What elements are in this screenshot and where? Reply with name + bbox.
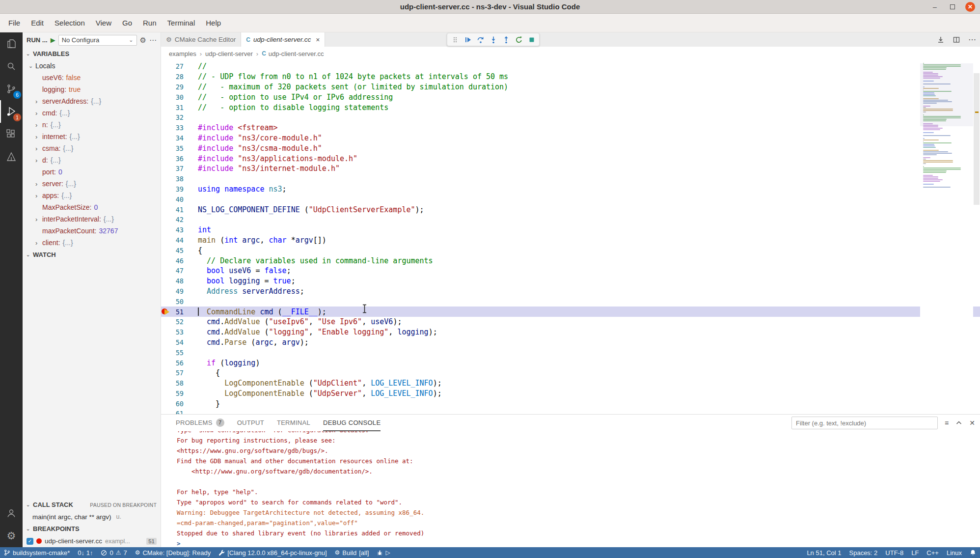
run-and-debug-icon[interactable]: 1: [0, 100, 23, 123]
search-icon[interactable]: [0, 55, 23, 78]
code-line-53[interactable]: 53 cmd.AddValue ("logging", "Enable logg…: [161, 327, 980, 337]
glyph-margin[interactable]: [161, 215, 169, 225]
glyph-margin[interactable]: [161, 194, 169, 204]
glyph-margin[interactable]: [161, 337, 169, 348]
code-line-59[interactable]: 59 LogComponentEnable ("UdpServer", LOG_…: [161, 389, 980, 399]
glyph-margin[interactable]: [161, 164, 169, 174]
continue-icon[interactable]: [462, 34, 474, 46]
explorer-icon[interactable]: [0, 32, 23, 55]
chevron-right-icon[interactable]: ›: [35, 121, 42, 129]
variable-port[interactable]: port:0: [23, 166, 161, 178]
glyph-margin[interactable]: [161, 143, 169, 153]
tab-debug-console[interactable]: DEBUG CONSOLE: [323, 415, 381, 431]
code-line-38[interactable]: 38: [161, 174, 980, 184]
variables-section-header[interactable]: ⌄ VARIABLES: [23, 48, 161, 60]
glyph-margin[interactable]: [161, 327, 169, 337]
menu-selection[interactable]: Selection: [49, 16, 90, 30]
glyph-margin[interactable]: [161, 204, 169, 215]
glyph-margin[interactable]: [161, 389, 169, 399]
chevron-right-icon[interactable]: ›: [35, 133, 42, 140]
code-line-47[interactable]: 47 bool useV6 = false;: [161, 266, 980, 276]
code-line-51[interactable]: 51 CommandLine cmd (__FILE__);: [161, 307, 980, 317]
glyph-margin[interactable]: [161, 255, 169, 266]
chevron-right-icon[interactable]: ›: [35, 98, 42, 105]
editor-scrollbar[interactable]: [973, 60, 980, 414]
glyph-margin[interactable]: [161, 409, 169, 414]
variable-csma[interactable]: ›csma:{...}: [23, 142, 161, 154]
console-input-prompt[interactable]: >: [177, 538, 980, 547]
editor-more-actions-icon[interactable]: ⋯: [968, 35, 976, 44]
code-line-60[interactable]: 60 }: [161, 398, 980, 409]
menu-run[interactable]: Run: [137, 16, 162, 30]
current-frame-breakpoint-icon[interactable]: [161, 307, 169, 317]
tab-udp-client-server[interactable]: C udp-client-server.cc ×: [241, 32, 325, 47]
debug-launch-status[interactable]: ▷: [373, 547, 394, 558]
variable-d[interactable]: ›d:{...}: [23, 154, 161, 166]
chevron-right-icon[interactable]: ›: [35, 145, 42, 152]
menu-terminal[interactable]: Terminal: [162, 16, 201, 30]
code-line-35[interactable]: 35#include "ns3/csma-module.h": [161, 143, 980, 153]
stack-frame-main[interactable]: main(int argc, char ** argv) u.: [23, 511, 161, 523]
glyph-margin[interactable]: [161, 225, 169, 235]
maximize-button[interactable]: [948, 2, 957, 12]
code-editor[interactable]: 27//28// - UDP flow from n0 to n1 of 102…: [161, 60, 980, 414]
variable-internet[interactable]: ›internet:{...}: [23, 131, 161, 142]
split-editor-icon[interactable]: [953, 36, 960, 44]
account-icon[interactable]: [0, 502, 23, 525]
chevron-right-icon[interactable]: ›: [35, 239, 42, 247]
step-over-icon[interactable]: [474, 34, 487, 46]
console-filter-input[interactable]: [791, 417, 938, 429]
breakpoints-section-header[interactable]: ⌄ BREAKPOINTS: [23, 523, 161, 535]
code-line-31[interactable]: 31// - option to disable logging stateme…: [161, 102, 980, 112]
glyph-margin[interactable]: [161, 266, 169, 276]
glyph-margin[interactable]: [161, 112, 169, 123]
glyph-margin[interactable]: [161, 82, 169, 92]
close-button[interactable]: ✕: [965, 2, 975, 12]
variable-serverAddress[interactable]: ›serverAddress:{...}: [23, 95, 161, 107]
glyph-margin[interactable]: [161, 102, 169, 112]
code-line-52[interactable]: 52 cmd.AddValue ("useIpv6", "Use Ipv6", …: [161, 317, 980, 327]
variable-maxPacketCount[interactable]: maxPacketCount:32767: [23, 225, 161, 237]
code-line-32[interactable]: 32: [161, 112, 980, 123]
encoding-status[interactable]: UTF-8: [881, 547, 907, 558]
variable-cmd[interactable]: ›cmd:{...}: [23, 107, 161, 119]
glyph-margin[interactable]: [161, 398, 169, 409]
git-branch-status[interactable]: buildsystem-cmake*: [0, 547, 74, 558]
step-into-icon[interactable]: [487, 34, 499, 46]
indentation-status[interactable]: Spaces: 2: [845, 547, 882, 558]
glyph-margin[interactable]: [161, 61, 169, 72]
code-line-43[interactable]: 43int: [161, 225, 980, 235]
tab-cmake-cache-editor[interactable]: ⚙ CMake Cache Editor: [161, 32, 241, 47]
glyph-margin[interactable]: [161, 276, 169, 286]
glyph-margin[interactable]: [161, 184, 169, 195]
callstack-section-header[interactable]: ⌄ CALL STACK PAUSED ON BREAKPOINT: [23, 499, 161, 511]
tab-output[interactable]: OUTPUT: [237, 415, 264, 431]
chevron-right-icon[interactable]: ›: [35, 157, 42, 164]
glyph-margin[interactable]: [161, 358, 169, 368]
code-line-44[interactable]: 44main (int argc, char *argv[]): [161, 235, 980, 246]
extensions-icon[interactable]: [0, 123, 23, 145]
code-line-27[interactable]: 27//: [161, 61, 980, 72]
code-line-40[interactable]: 40: [161, 194, 980, 204]
minimap[interactable]: [920, 60, 973, 414]
maximize-panel-icon[interactable]: [955, 419, 962, 426]
breadcrumb-udp-client-server[interactable]: udp-client-server: [205, 50, 253, 57]
debug-console-output[interactable]: Type "show configuration" for configurat…: [161, 431, 980, 547]
code-line-29[interactable]: 29// - maximum of 320 packets sent (or l…: [161, 82, 980, 92]
breakpoint-checkbox[interactable]: ✓: [27, 538, 33, 545]
restart-icon[interactable]: [513, 34, 525, 46]
code-line-41[interactable]: 41NS_LOG_COMPONENT_DEFINE ("UdpClientSer…: [161, 204, 980, 215]
code-line-39[interactable]: 39using namespace ns3;: [161, 184, 980, 195]
code-line-55[interactable]: 55: [161, 347, 980, 358]
variable-MaxPacketSize[interactable]: MaxPacketSize:0: [23, 201, 161, 213]
tab-close-icon[interactable]: ×: [316, 36, 320, 44]
code-line-46[interactable]: 46 // Declare variables used in command-…: [161, 255, 980, 266]
menu-edit[interactable]: Edit: [26, 16, 49, 30]
run-file-icon[interactable]: [937, 36, 945, 44]
watch-section-header[interactable]: ⌄ WATCH: [23, 249, 161, 261]
language-mode-status[interactable]: C++: [923, 547, 943, 558]
configure-gear-icon[interactable]: ⚙: [140, 36, 146, 45]
code-line-33[interactable]: 33#include <fstream>: [161, 123, 980, 133]
menu-file[interactable]: File: [3, 16, 26, 30]
breadcrumb-file[interactable]: C udp-client-server.cc: [262, 50, 324, 57]
